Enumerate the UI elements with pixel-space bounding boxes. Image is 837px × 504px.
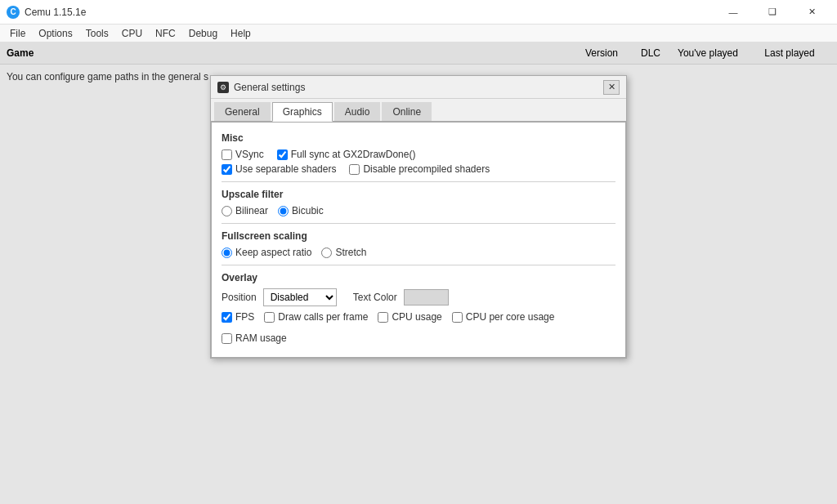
disable-precompiled-label: Disable precompiled shaders (363, 163, 490, 175)
tab-bar: General Graphics Audio Online (211, 99, 626, 122)
draw-calls-checkbox[interactable] (264, 312, 275, 323)
position-label: Position (222, 292, 257, 303)
full-sync-checkbox[interactable] (277, 149, 288, 160)
tab-audio[interactable]: Audio (334, 102, 381, 121)
menu-help[interactable]: Help (224, 26, 257, 41)
position-select[interactable]: Disabled Top Left Top Right Bottom Left … (263, 288, 337, 306)
dialog-icon: ⚙ (217, 82, 229, 93)
keep-aspect-radio[interactable] (222, 248, 232, 258)
window-controls: — ❑ ✕ (714, 0, 830, 25)
disable-precompiled-checkbox[interactable] (349, 164, 360, 175)
title-bar: C Cemu 1.15.1e — ❑ ✕ (0, 0, 837, 25)
menu-debug[interactable]: Debug (182, 26, 224, 41)
menu-cpu[interactable]: CPU (115, 26, 149, 41)
dialog-titlebar: ⚙ General settings ✕ (211, 76, 626, 99)
fps-checkbox[interactable] (222, 312, 232, 323)
overlay-label: Overlay (222, 272, 615, 283)
separable-shaders-item[interactable]: Use separable shaders (222, 163, 336, 175)
fullscreen-scaling-label: Fullscreen scaling (222, 230, 615, 242)
maximize-button[interactable]: ❑ (754, 0, 791, 25)
menu-file[interactable]: File (3, 26, 32, 41)
keep-aspect-radio-item[interactable]: Keep aspect ratio (222, 247, 311, 258)
tab-general[interactable]: General (214, 102, 271, 121)
overlay-position-row: Position Disabled Top Left Top Right Bot… (222, 288, 615, 306)
cpu-per-core-checkbox[interactable] (452, 312, 463, 323)
misc-row1: VSync Full sync at GX2DrawDone() (222, 149, 615, 160)
fps-checkbox-item[interactable]: FPS (222, 311, 254, 323)
bilinear-label: Bilinear (235, 205, 268, 216)
stretch-radio-item[interactable]: Stretch (321, 247, 366, 258)
vsync-checkbox-item[interactable]: VSync (222, 149, 264, 160)
overlay-section: Overlay Position Disabled Top Left Top R… (222, 272, 615, 344)
divider-3 (222, 265, 615, 265)
fullscreen-scaling-row: Keep aspect ratio Stretch (222, 247, 615, 258)
bicubic-label: Bicubic (292, 205, 324, 216)
divider-2 (222, 223, 615, 224)
dialog-close-button[interactable]: ✕ (603, 80, 620, 95)
misc-row2: Use separable shaders Disable precompile… (222, 163, 615, 175)
divider-1 (222, 181, 615, 182)
cpu-per-core-label: CPU per core usage (466, 311, 555, 323)
tab-graphics[interactable]: Graphics (272, 102, 333, 122)
menu-options[interactable]: Options (32, 26, 78, 41)
dialog-title: General settings (234, 82, 305, 93)
cpu-usage-checkbox-item[interactable]: CPU usage (378, 311, 441, 323)
draw-calls-checkbox-item[interactable]: Draw calls per frame (264, 311, 368, 323)
menu-nfc[interactable]: NFC (149, 26, 182, 41)
disable-precompiled-item[interactable]: Disable precompiled shaders (349, 163, 490, 175)
stretch-label: Stretch (335, 247, 366, 258)
bicubic-radio[interactable] (278, 206, 289, 216)
upscale-filter-section: Upscale filter Bilinear Bicubic (222, 189, 615, 216)
cpu-usage-checkbox[interactable] (378, 312, 388, 323)
misc-label: Misc (222, 132, 615, 144)
ram-usage-label: RAM usage (235, 332, 287, 344)
fps-label: FPS (235, 311, 254, 323)
separable-shaders-label: Use separable shaders (235, 163, 336, 175)
overlay-checkboxes: FPS Draw calls per frame CPU usage (222, 311, 615, 344)
ram-usage-checkbox[interactable] (222, 333, 232, 344)
keep-aspect-label: Keep aspect ratio (235, 247, 311, 258)
cpu-per-core-checkbox-item[interactable]: CPU per core usage (452, 311, 555, 323)
menu-tools[interactable]: Tools (79, 26, 115, 41)
modal-overlay: ⚙ General settings ✕ General Graphics Au… (0, 42, 837, 504)
bilinear-radio-item[interactable]: Bilinear (222, 205, 268, 216)
draw-calls-label: Draw calls per frame (278, 311, 368, 323)
separable-shaders-checkbox[interactable] (222, 164, 232, 175)
fullscreen-scaling-section: Fullscreen scaling Keep aspect ratio Str… (222, 230, 615, 258)
main-content: Game Version DLC You've played Last play… (0, 42, 837, 504)
tab-online[interactable]: Online (382, 102, 432, 121)
app-icon: C (7, 6, 20, 19)
upscale-filter-label: Upscale filter (222, 189, 615, 200)
full-sync-checkbox-item[interactable]: Full sync at GX2DrawDone() (277, 149, 416, 160)
full-sync-label: Full sync at GX2DrawDone() (291, 149, 416, 160)
misc-section: Misc VSync Full sync at GX2DrawDone() (222, 132, 615, 175)
app-title: Cemu 1.15.1e (25, 7, 86, 18)
menu-bar: File Options Tools CPU NFC Debug Help (0, 25, 837, 42)
general-settings-dialog: ⚙ General settings ✕ General Graphics Au… (210, 75, 627, 359)
dialog-content: Misc VSync Full sync at GX2DrawDone() (211, 122, 626, 358)
bilinear-radio[interactable] (222, 206, 232, 216)
text-color-label: Text Color (353, 292, 397, 303)
upscale-filter-row: Bilinear Bicubic (222, 205, 615, 216)
vsync-label: VSync (235, 149, 264, 160)
vsync-checkbox[interactable] (222, 149, 232, 160)
cpu-usage-label: CPU usage (392, 311, 441, 323)
bicubic-radio-item[interactable]: Bicubic (278, 205, 324, 216)
minimize-button[interactable]: — (714, 0, 752, 25)
ram-usage-checkbox-item[interactable]: RAM usage (222, 332, 287, 344)
close-button[interactable]: ✕ (793, 0, 830, 25)
text-color-swatch[interactable] (404, 289, 449, 306)
stretch-radio[interactable] (321, 248, 332, 258)
